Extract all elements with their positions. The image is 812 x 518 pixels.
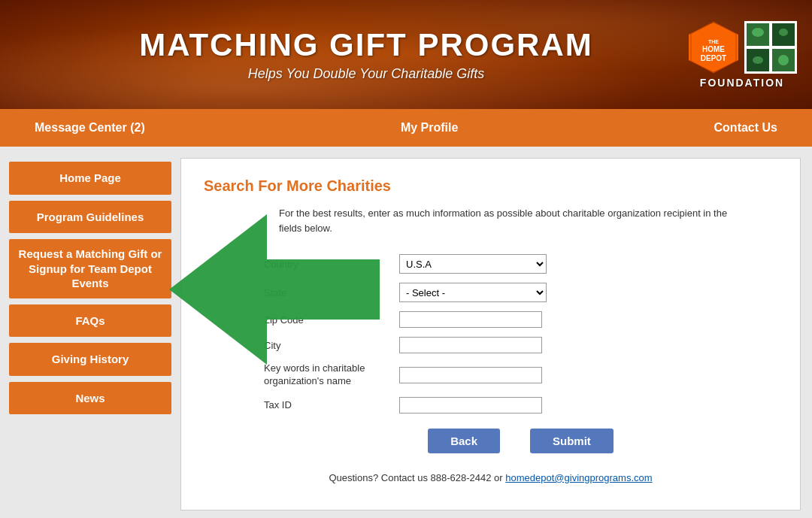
- foundation-logo-icon: [744, 21, 797, 74]
- taxid-label: Tax ID: [264, 399, 399, 410]
- svg-text:THE: THE: [708, 39, 719, 44]
- svg-marker-16: [169, 214, 380, 365]
- state-select[interactable]: - Select -: [399, 283, 547, 302]
- sidebar: Home Page Program Guidelines Request a M…: [0, 147, 180, 518]
- svg-text:DEPOT: DEPOT: [701, 54, 726, 62]
- sidebar-item-giving-history[interactable]: Giving History: [9, 343, 171, 376]
- home-depot-logo-icon: THE HOME DEPOT: [687, 21, 740, 74]
- form-buttons: Back Submit: [264, 429, 777, 453]
- main-title: MATCHING GIFT PROGRAM: [45, 27, 687, 63]
- header-banner: MATCHING GIFT PROGRAM Helps You Double Y…: [0, 0, 812, 109]
- header-logo-block: THE HOME DEPOT: [687, 21, 812, 89]
- nav-my-profile[interactable]: My Profile: [389, 115, 470, 141]
- svg-point-12: [752, 28, 764, 37]
- zipcode-input[interactable]: [399, 311, 542, 328]
- header-subtitle: Helps You Double Your Charitable Gifts: [45, 66, 687, 82]
- green-arrow-icon: [169, 207, 380, 372]
- logo-row: THE HOME DEPOT: [687, 21, 797, 74]
- footer-contact-text: Questions? Contact us 888-628-2442 or: [329, 472, 505, 483]
- keywords-input[interactable]: [399, 367, 542, 383]
- sidebar-item-program-guidelines[interactable]: Program Guidelines: [9, 201, 171, 234]
- submit-button[interactable]: Submit: [530, 429, 614, 453]
- svg-point-13: [779, 29, 788, 36]
- footer-contact: Questions? Contact us 888-628-2442 or ho…: [204, 472, 777, 491]
- nav-bar: Message Center (2) My Profile Contact Us: [0, 109, 812, 147]
- sidebar-item-home-page[interactable]: Home Page: [9, 162, 171, 195]
- city-input[interactable]: [399, 337, 542, 353]
- sidebar-item-faqs[interactable]: FAQs: [9, 304, 171, 338]
- footer-email-link[interactable]: homedepot@givingprograms.com: [505, 472, 652, 483]
- header-title-block: MATCHING GIFT PROGRAM Helps You Double Y…: [0, 27, 687, 82]
- main-container: Home Page Program Guidelines Request a M…: [0, 147, 812, 518]
- nav-message-center[interactable]: Message Center (2): [23, 115, 157, 141]
- sidebar-item-news[interactable]: News: [9, 382, 171, 415]
- content-title: Search For More Charities: [204, 177, 777, 195]
- svg-text:HOME: HOME: [702, 45, 725, 53]
- back-button[interactable]: Back: [428, 429, 500, 453]
- foundation-label: FOUNDATION: [700, 77, 784, 89]
- sidebar-item-request-matching-gift[interactable]: Request a Matching Gift or Signup for Te…: [9, 239, 171, 298]
- taxid-row: Tax ID: [264, 397, 640, 413]
- taxid-input[interactable]: [399, 397, 542, 413]
- country-select[interactable]: U.S.A: [399, 254, 547, 274]
- svg-point-14: [753, 56, 763, 64]
- nav-contact-us[interactable]: Contact Us: [702, 115, 789, 141]
- svg-point-15: [778, 55, 789, 65]
